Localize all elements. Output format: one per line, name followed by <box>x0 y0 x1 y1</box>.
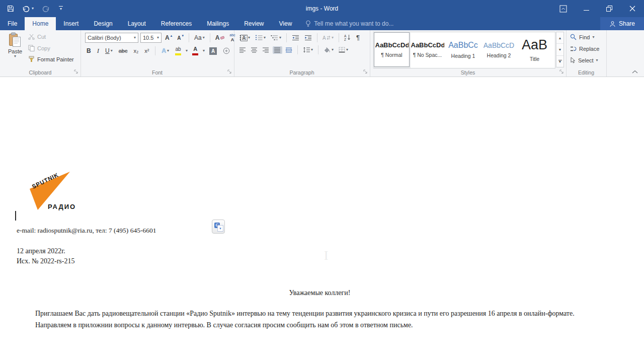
strikethrough-button[interactable]: abc <box>117 47 129 55</box>
highlight-caret[interactable]: ▾ <box>186 49 188 53</box>
clipboard-dialog-launcher[interactable] <box>74 69 78 75</box>
copy-button[interactable]: Copy <box>28 45 50 51</box>
style-no-spacing[interactable]: AaBbCcDd ¶ No Spac... <box>410 32 445 67</box>
style-title[interactable]: AaB Title <box>517 32 552 67</box>
find-caret[interactable]: ▾ <box>592 35 594 39</box>
shrink-font-button[interactable]: A▾ <box>176 34 185 42</box>
bullets-button[interactable]: ▾ <box>238 34 252 42</box>
grow-font-button[interactable]: A▴ <box>164 33 174 42</box>
multilevel-list-button[interactable]: ▾ <box>269 34 283 42</box>
paste-dropdown-caret[interactable]: ▾ <box>4 54 26 58</box>
underline-button[interactable]: U▾ <box>104 46 114 55</box>
share-button[interactable]: Share <box>600 17 644 30</box>
ribbon-display-options-button[interactable] <box>551 0 575 17</box>
styles-group-label: Styles <box>370 69 566 76</box>
format-painter-button[interactable]: Format Painter <box>28 56 74 62</box>
shading-caret[interactable]: ▾ <box>332 48 334 52</box>
justify-button[interactable] <box>273 46 282 54</box>
text-effects-button[interactable]: A▾ <box>160 46 171 55</box>
document-page[interactable]: SPUTNIK РАДИО G ▼ e-mail: radiosputnik@r… <box>0 77 644 362</box>
font-name-combo[interactable]: Calibri (Body) ▾ <box>85 33 138 43</box>
qat-customize-button[interactable]: ▾ <box>58 6 64 11</box>
bullets-caret[interactable]: ▾ <box>248 36 250 40</box>
sputnik-logo: SPUTNIK РАДИО <box>27 170 77 212</box>
tab-mailings[interactable]: Mailings <box>199 17 236 30</box>
styles-dialog-launcher[interactable] <box>559 69 564 75</box>
distribute-button[interactable] <box>284 46 294 54</box>
numbering-button[interactable]: ▾ <box>254 34 267 42</box>
line-spacing-caret[interactable]: ▾ <box>311 48 313 52</box>
select-caret[interactable]: ▾ <box>596 58 598 62</box>
divider <box>318 45 318 54</box>
tab-file[interactable]: File <box>0 17 25 30</box>
italic-button[interactable]: I <box>96 46 101 56</box>
undo-button[interactable]: ▾ <box>22 6 34 12</box>
tab-design[interactable]: Design <box>86 17 120 30</box>
increase-indent-button[interactable] <box>303 34 313 42</box>
align-right-button[interactable] <box>261 46 271 54</box>
borders-caret[interactable]: ▾ <box>346 48 348 52</box>
asian-layout-button[interactable]: A▾ <box>321 34 335 42</box>
subscript-button[interactable]: x₂ <box>132 47 140 55</box>
tab-insert[interactable]: Insert <box>56 17 86 30</box>
tab-references[interactable]: References <box>153 17 199 30</box>
save-button[interactable] <box>7 5 14 12</box>
enclose-characters-button[interactable] <box>221 46 231 55</box>
decrease-indent-button[interactable] <box>290 34 301 42</box>
font-color-button[interactable]: A <box>191 45 200 56</box>
paragraph-dialog-launcher[interactable] <box>363 69 368 75</box>
save-icon <box>7 5 14 12</box>
justify-icon <box>274 47 281 53</box>
select-button[interactable]: Select ▾ <box>570 57 598 63</box>
style-preview: AaBbCcDd <box>375 41 409 49</box>
titlebar: ▾ ▾ imgs - Word <box>0 0 644 17</box>
styles-more-button[interactable]: ▼ <box>556 56 564 67</box>
underline-caret[interactable]: ▾ <box>111 49 113 53</box>
minimize-button[interactable] <box>575 0 598 17</box>
tab-review[interactable]: Review <box>236 17 271 30</box>
styles-scroll-up[interactable]: ▲ <box>556 32 564 44</box>
styles-scroll-down[interactable]: ▼ <box>556 44 564 55</box>
align-left-button[interactable] <box>238 46 248 54</box>
divider <box>297 45 298 54</box>
character-shading-button[interactable]: A <box>208 46 218 56</box>
restore-button[interactable] <box>598 0 621 17</box>
multilevel-caret[interactable]: ▾ <box>279 36 281 40</box>
show-paragraph-marks-button[interactable]: ¶ <box>355 33 361 42</box>
clear-formatting-button[interactable]: A <box>214 33 226 42</box>
change-case-caret: ▾ <box>203 36 205 40</box>
collapse-ribbon-button[interactable] <box>632 68 638 75</box>
window-controls <box>551 0 644 17</box>
close-button[interactable] <box>621 0 644 17</box>
style-heading-2[interactable]: AaBbCcD Heading 2 <box>481 32 517 67</box>
numbering-caret[interactable]: ▾ <box>264 36 266 40</box>
font-size-combo[interactable]: 10.5 ▾ <box>140 33 162 43</box>
tell-me-box[interactable]: Tell me what you want to do... <box>299 17 399 30</box>
translate-button[interactable]: G ▼ <box>212 220 225 234</box>
paste-button[interactable]: Paste ▾ <box>4 32 26 58</box>
find-button[interactable]: Find ▾ <box>570 34 594 40</box>
tab-view[interactable]: View <box>272 17 300 30</box>
font-color-caret[interactable]: ▾ <box>203 49 205 53</box>
style-heading-1[interactable]: AaBbCс Heading 1 <box>445 32 481 67</box>
borders-button[interactable]: ▾ <box>337 46 350 54</box>
replace-button[interactable]: Replace <box>570 45 599 52</box>
highlight-button[interactable]: ab <box>174 46 183 56</box>
sort-button[interactable]: AZ <box>343 33 353 42</box>
align-center-button[interactable] <box>250 46 259 54</box>
tab-home[interactable]: Home <box>25 17 56 30</box>
redo-button[interactable] <box>42 6 50 12</box>
bold-button[interactable]: B <box>85 46 93 55</box>
shading-button[interactable]: ▾ <box>322 46 335 54</box>
font-dialog-launcher[interactable] <box>227 69 232 75</box>
line-spacing-button[interactable]: ▾ <box>301 46 314 54</box>
superscript-button[interactable]: x² <box>143 47 150 55</box>
undo-dropdown-caret[interactable]: ▾ <box>32 7 34 11</box>
cut-button[interactable]: Cut <box>28 34 46 40</box>
grow-caret: ▴ <box>171 34 173 38</box>
change-case-button[interactable]: Aa▾ <box>193 33 206 42</box>
share-person-icon <box>609 21 616 27</box>
text-effects-caret[interactable]: ▾ <box>167 49 169 53</box>
style-normal[interactable]: AaBbCcDd ¶ Normal <box>374 32 410 67</box>
tab-layout[interactable]: Layout <box>120 17 153 30</box>
